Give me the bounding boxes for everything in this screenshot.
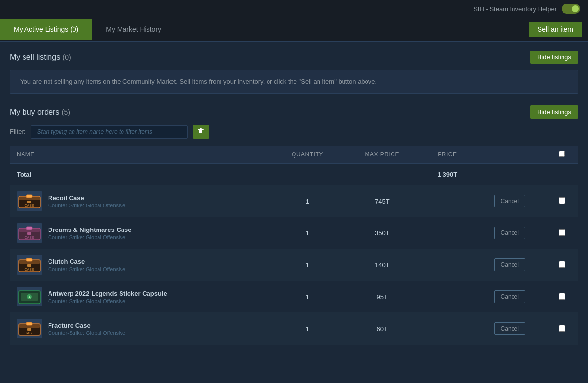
item-select-checkbox[interactable] — [559, 293, 565, 300]
svg-rect-0 — [199, 130, 202, 133]
item-game-text: Counter-Strike: Global Offensive — [48, 298, 167, 304]
svg-text:CASE: CASE — [24, 332, 34, 335]
sell-listings-title-text: My sell listings (0) — [10, 53, 71, 61]
item-price — [420, 281, 474, 313]
cancel-order-button[interactable]: Cancel — [494, 258, 525, 271]
filter-input[interactable] — [31, 125, 188, 139]
main-content: My sell listings (0) Hide listings You a… — [0, 42, 588, 354]
item-cancel-cell: Cancel — [474, 313, 545, 345]
item-name-text: Antwerp 2022 Legends Sticker Capsule — [48, 290, 167, 297]
buy-orders-title: My buy orders (5) — [10, 108, 70, 117]
cancel-order-button[interactable]: Cancel — [494, 290, 525, 303]
item-max-price: 350T — [343, 217, 420, 249]
svg-text:CASE: CASE — [24, 236, 34, 239]
sell-listings-header: My sell listings (0) Hide listings — [10, 51, 578, 64]
item-max-price: 95T — [343, 281, 420, 313]
item-max-price: 140T — [343, 249, 420, 281]
table-row: CASE Dreams & Nightmares Case Counter-St… — [10, 217, 578, 249]
item-cancel-cell: Cancel — [474, 185, 545, 217]
table-row: ★ Antwerp 2022 Legends Sticker Capsule C… — [10, 281, 578, 313]
col-price: PRICE — [420, 146, 474, 164]
item-select-checkbox[interactable] — [559, 261, 565, 268]
no-listings-info: You are not selling any items on the Com… — [10, 70, 578, 94]
col-quantity: QUANTITY — [271, 146, 344, 164]
item-name-cell: CASE Dreams & Nightmares Case Counter-St… — [10, 217, 271, 249]
tabs-left: My Active Listings (0) My Market History — [0, 19, 175, 40]
item-price — [420, 217, 474, 249]
filter-label: Filter: — [10, 128, 26, 135]
total-qty — [271, 164, 344, 185]
col-name: NAME — [10, 146, 271, 164]
item-checkbox-cell — [545, 217, 578, 249]
trash-icon — [197, 128, 204, 134]
item-max-price: 745T — [343, 185, 420, 217]
item-select-checkbox[interactable] — [559, 197, 565, 204]
item-name-cell: CASE Fracture Case Counter-Strike: Globa… — [10, 313, 271, 345]
cancel-order-button[interactable]: Cancel — [494, 322, 525, 335]
svg-rect-2 — [200, 128, 202, 129]
buy-orders-section: My buy orders (5) Hide listings Filter: — [10, 105, 578, 345]
total-price: 1 390T — [420, 164, 474, 185]
item-name-text: Recoil Case — [48, 194, 125, 202]
table-body: Total 1 390T CASE Recoil Case — [10, 164, 578, 345]
item-image: CASE — [17, 319, 42, 338]
svg-rect-11 — [27, 232, 31, 235]
tab-market-history[interactable]: My Market History — [92, 19, 175, 40]
item-image: CASE — [17, 223, 42, 243]
col-checkbox — [545, 146, 578, 164]
cancel-order-button[interactable]: Cancel — [494, 227, 525, 239]
extension-label: SIH - Steam Inventory Helper — [473, 5, 557, 13]
svg-rect-10 — [26, 227, 32, 230]
table-row: CASE Fracture Case Counter-Strike: Globa… — [10, 313, 578, 345]
hide-buy-orders-button[interactable]: Hide listings — [530, 105, 578, 119]
hide-sell-listings-button[interactable]: Hide listings — [530, 51, 578, 64]
item-price — [420, 249, 474, 281]
item-game-text: Counter-Strike: Global Offensive — [48, 266, 125, 272]
total-max-price — [343, 164, 420, 185]
item-quantity: 1 — [271, 313, 344, 345]
item-info: Clutch Case Counter-Strike: Global Offen… — [48, 258, 125, 272]
item-game-text: Counter-Strike: Global Offensive — [48, 330, 125, 336]
svg-rect-16 — [27, 264, 31, 267]
select-all-checkbox[interactable] — [559, 151, 565, 157]
top-bar: SIH - Steam Inventory Helper — [0, 0, 588, 18]
item-checkbox-cell — [545, 281, 578, 313]
item-quantity: 1 — [271, 281, 344, 313]
total-checkbox — [545, 164, 578, 185]
item-cancel-cell: Cancel — [474, 281, 545, 313]
total-actions — [474, 164, 545, 185]
total-row: Total 1 390T — [10, 164, 578, 185]
item-select-checkbox[interactable] — [559, 229, 565, 236]
item-name-text: Clutch Case — [48, 258, 125, 265]
toggle-knob — [572, 5, 579, 12]
item-quantity: 1 — [271, 185, 344, 217]
svg-rect-5 — [26, 195, 32, 198]
item-info: Dreams & Nightmares Case Counter-Strike:… — [48, 226, 132, 240]
tabs-row: My Active Listings (0) My Market History… — [0, 18, 588, 42]
svg-text:CASE: CASE — [24, 204, 34, 207]
item-select-checkbox[interactable] — [559, 325, 565, 332]
item-max-price: 60T — [343, 313, 420, 345]
filter-row: Filter: — [10, 125, 578, 139]
item-image: CASE — [17, 255, 42, 275]
col-max-price: MAX PRICE — [343, 146, 420, 164]
clear-filter-button[interactable] — [193, 125, 209, 139]
total-label: Total — [10, 164, 271, 185]
cancel-order-button[interactable]: Cancel — [494, 195, 525, 207]
item-name-cell: CASE Clutch Case Counter-Strike: Global … — [10, 249, 271, 281]
item-checkbox-cell — [545, 249, 578, 281]
tab-active-listings[interactable]: My Active Listings (0) — [0, 19, 92, 40]
svg-rect-1 — [198, 129, 204, 130]
svg-rect-25 — [27, 328, 31, 331]
item-cancel-cell: Cancel — [474, 217, 545, 249]
item-info: Fracture Case Counter-Strike: Global Off… — [48, 322, 125, 336]
item-cancel-cell: Cancel — [474, 249, 545, 281]
item-game-text: Counter-Strike: Global Offensive — [48, 234, 132, 240]
svg-rect-6 — [27, 201, 31, 203]
item-quantity: 1 — [271, 217, 344, 249]
sell-item-button[interactable]: Sell an item — [529, 22, 582, 37]
item-name-text: Dreams & Nightmares Case — [48, 226, 132, 233]
svg-text:CASE: CASE — [24, 268, 34, 271]
buy-orders-table: NAME QUANTITY MAX PRICE PRICE Total 1 39… — [10, 146, 578, 345]
extension-toggle[interactable] — [562, 4, 580, 14]
